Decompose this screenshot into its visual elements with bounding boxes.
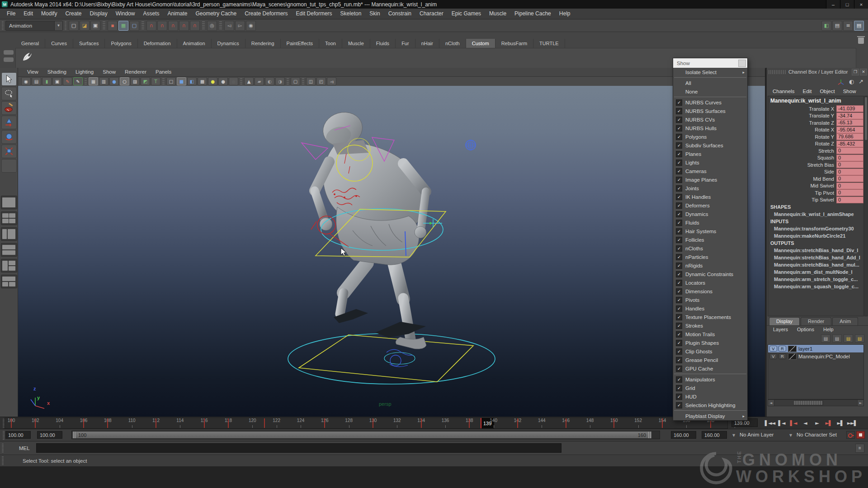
- node-item[interactable]: Mannequin:ik_wrist_l_animShape: [768, 211, 863, 218]
- channel-box-menu-edit[interactable]: Edit: [799, 87, 816, 95]
- layout-four-pane[interactable]: [1, 211, 17, 225]
- show-menu-item-all[interactable]: All: [673, 79, 747, 87]
- xray-icon[interactable]: ◫: [306, 77, 316, 85]
- xray-joints-icon[interactable]: ◰: [316, 77, 326, 85]
- default-light-icon[interactable]: ●: [208, 77, 217, 85]
- paint-select-tool[interactable]: [1, 101, 17, 115]
- color-pick-icon[interactable]: ✎: [63, 77, 72, 85]
- shelf-tab-rendering[interactable]: Rendering: [245, 39, 281, 48]
- range-slider-bar[interactable]: 100 160: [73, 432, 651, 438]
- show-menu-item-nurbs-cvs[interactable]: ✓NURBS CVs: [673, 115, 747, 124]
- show-menu-item-motion-trails[interactable]: ✓Motion Trails: [673, 330, 747, 338]
- menu-window[interactable]: Window: [112, 9, 139, 19]
- menu-epic-games[interactable]: Epic Games: [448, 9, 485, 19]
- checkbox-checked-icon[interactable]: ✓: [676, 228, 682, 235]
- channel-name[interactable]: Rotate X: [768, 127, 836, 132]
- checkbox-checked-icon[interactable]: ✓: [676, 263, 682, 269]
- shelf-tab-muscle[interactable]: Muscle: [342, 39, 370, 48]
- layout-persp-outliner[interactable]: [1, 227, 17, 241]
- gate-mask-icon[interactable]: ▨: [130, 77, 140, 85]
- channel-value[interactable]: 0: [836, 197, 863, 203]
- checkbox-checked-icon[interactable]: ✓: [676, 194, 682, 200]
- close-button[interactable]: ×: [854, 0, 868, 9]
- sphere-pair-icon[interactable]: ◑: [275, 77, 285, 85]
- channel-value[interactable]: -34.74: [836, 113, 863, 119]
- menu-animate[interactable]: Animate: [163, 9, 191, 19]
- show-menu-item-image-planes[interactable]: ✓Image Planes: [673, 175, 747, 184]
- step-back-key-button[interactable]: ▌◄: [788, 418, 799, 428]
- checker-icon[interactable]: ▩: [198, 77, 207, 85]
- channel-name[interactable]: Side: [768, 169, 836, 174]
- move-layer-up-icon[interactable]: ▤: [821, 334, 830, 343]
- menu-character[interactable]: Character: [415, 9, 448, 19]
- channel-value[interactable]: 0: [836, 155, 863, 161]
- layer-renderable-toggle[interactable]: R: [778, 353, 786, 359]
- layout-persp-graph[interactable]: [1, 243, 17, 257]
- restore-panel-icon[interactable]: ❐: [852, 69, 859, 75]
- menu-geometry-cache[interactable]: Geometry Cache: [192, 9, 241, 19]
- all-lights-icon[interactable]: ●: [218, 77, 228, 85]
- select-by-component-icon[interactable]: ▢: [129, 21, 139, 31]
- node-item[interactable]: Mannequin:arm_stretch_toggle_c...: [768, 276, 863, 283]
- channel-box-menu-show[interactable]: Show: [839, 87, 860, 95]
- layer-menu-layers[interactable]: Layers: [769, 326, 793, 333]
- channel-value[interactable]: 0: [836, 161, 863, 168]
- checkbox-checked-icon[interactable]: ✓: [676, 185, 682, 192]
- shelf-tab-painteffects[interactable]: PaintEffects: [281, 39, 320, 48]
- menu-set-selector[interactable]: Animation ▼: [5, 21, 63, 31]
- channel-box-toggle-icon[interactable]: ▤: [854, 21, 864, 31]
- range-start-handle[interactable]: [73, 432, 76, 438]
- close-icon[interactable]: ✕: [860, 69, 867, 75]
- rotate-tool[interactable]: [1, 130, 17, 144]
- layer-row-layer1[interactable]: VRlayer1: [768, 345, 863, 352]
- shelf-tab-fur[interactable]: Fur: [396, 39, 415, 48]
- node-item[interactable]: Mannequin:stretchBias_hand_Div_l: [768, 247, 863, 254]
- checkbox-checked-icon[interactable]: ✓: [676, 202, 682, 209]
- shelf-tab-deformation[interactable]: Deformation: [138, 39, 177, 48]
- snap-to-grid-icon[interactable]: ∩: [146, 21, 156, 31]
- step-back-frame-button[interactable]: ▌◄: [776, 418, 788, 428]
- bookmark-icon[interactable]: ▮: [42, 77, 52, 85]
- share-nodes-icon[interactable]: ◅: [327, 77, 336, 85]
- range-slider-track[interactable]: 100 160: [71, 431, 660, 439]
- channel-name[interactable]: Rotate Y: [768, 134, 836, 140]
- checkbox-checked-icon[interactable]: ✓: [676, 348, 682, 355]
- film-gate-icon[interactable]: ▥: [99, 77, 108, 85]
- checkbox-checked-icon[interactable]: ✓: [676, 108, 682, 114]
- channel-value[interactable]: 0: [836, 147, 863, 154]
- node-item[interactable]: Mannequin:transformGeometry30: [768, 225, 863, 232]
- show-menu-item-follicles[interactable]: ✓Follicles: [673, 235, 747, 244]
- show-menu-item-locators[interactable]: ✓Locators: [673, 278, 747, 287]
- textured-cube-icon[interactable]: ◧: [187, 77, 197, 85]
- channel-value[interactable]: 79.686: [836, 133, 863, 140]
- show-menu-item-strokes[interactable]: ✓Strokes: [673, 321, 747, 330]
- show-menu-item-nurbs-surfaces[interactable]: ✓NURBS Surfaces: [673, 107, 747, 115]
- drag-handle[interactable]: [2, 21, 4, 30]
- checkbox-checked-icon[interactable]: ✓: [676, 134, 682, 140]
- snap-to-plane-icon[interactable]: ∩: [179, 21, 189, 31]
- show-menu-item-hair-systems[interactable]: ✓Hair Systems: [673, 227, 747, 235]
- step-forward-key-button[interactable]: ►▌: [823, 418, 835, 428]
- menu-edit-deformers[interactable]: Edit Deformers: [292, 9, 336, 19]
- channel-value[interactable]: -41.039: [836, 105, 863, 112]
- scroll-right-icon[interactable]: ►: [857, 400, 863, 406]
- layer-color-swatch[interactable]: [788, 353, 797, 360]
- camera-attributes-icon[interactable]: ▤: [32, 77, 41, 85]
- show-menu-item-texture-placements[interactable]: ✓Texture Placements: [673, 313, 747, 321]
- shaded-display-icon[interactable]: ●: [109, 77, 119, 85]
- shelf-tab-toon[interactable]: Toon: [319, 39, 342, 48]
- shelf-tab-ncloth[interactable]: nCloth: [439, 39, 466, 48]
- chevron-down-icon[interactable]: ▼: [732, 433, 735, 437]
- manipulator-icon[interactable]: [837, 79, 844, 85]
- drag-handle[interactable]: [769, 70, 787, 74]
- play-backwards-button[interactable]: ◄: [799, 418, 811, 428]
- open-scene-icon[interactable]: ◪: [80, 21, 90, 31]
- new-empty-layer-icon[interactable]: ▤: [844, 334, 853, 343]
- image-plane-icon[interactable]: ▣: [52, 77, 62, 85]
- checkbox-checked-icon[interactable]: ✓: [676, 177, 682, 183]
- show-menu-item-manipulators[interactable]: ✓Manipulators: [673, 375, 747, 384]
- plane-light-icon[interactable]: ▰: [255, 77, 264, 85]
- menu-help[interactable]: Help: [555, 9, 575, 19]
- shelf-tab-polygons[interactable]: Polygons: [105, 39, 137, 48]
- shadow-icon[interactable]: ●: [229, 77, 238, 85]
